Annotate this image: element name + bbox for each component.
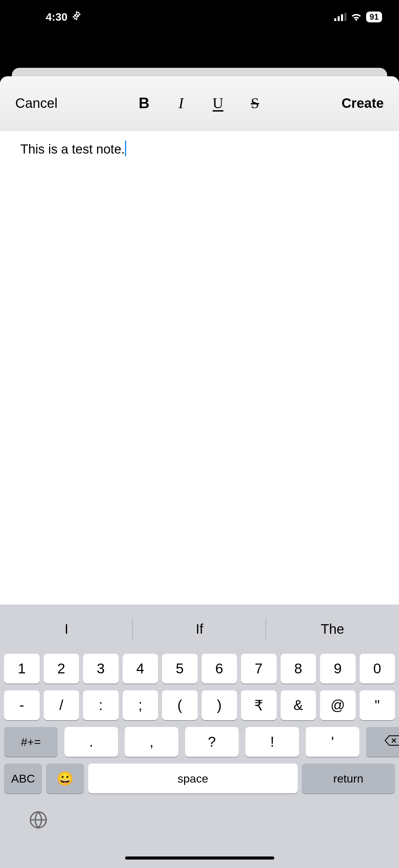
key-7[interactable]: 7 [241,654,277,684]
key-6[interactable]: 6 [202,654,237,684]
notch-area [0,34,399,73]
keyboard: I If The 1 2 3 4 5 6 7 8 9 0 - / : ; ( )… [0,605,399,868]
key-semicolon[interactable]: ; [123,690,158,720]
keyboard-bottom-row [0,800,399,831]
status-right: 91 [334,12,382,22]
suggestion-1[interactable]: I [0,611,133,647]
key-9[interactable]: 9 [320,654,356,684]
strikethrough-button[interactable]: S [246,95,264,112]
italic-button[interactable]: I [172,95,190,112]
svg-rect-1 [334,18,336,21]
key-apos[interactable]: ' [306,727,359,757]
key-quote[interactable]: " [360,690,395,720]
key-dash[interactable]: - [4,690,40,720]
key-5[interactable]: 5 [162,654,198,684]
key-rparen[interactable]: ) [202,690,237,720]
key-period[interactable]: . [64,727,118,757]
settings-icon [72,11,82,23]
create-button[interactable]: Create [341,96,384,111]
keyboard-row-4: ABC 😀 space return [0,764,399,793]
predictive-bar: I If The [0,611,399,647]
bold-button[interactable]: B [135,95,153,112]
keyboard-row-2: - / : ; ( ) ₹ & @ " [0,690,399,720]
key-abc[interactable]: ABC [4,764,42,793]
suggestion-3[interactable]: The [266,611,399,647]
underline-button[interactable]: U [209,95,227,112]
key-emoji[interactable]: 😀 [46,764,84,793]
key-0[interactable]: 0 [360,654,395,684]
note-modal: Cancel B I U S Create This is a test not… [0,76,399,868]
key-3[interactable]: 3 [83,654,119,684]
emoji-icon: 😀 [57,771,74,787]
keyboard-row-1: 1 2 3 4 5 6 7 8 9 0 [0,654,399,684]
key-return[interactable]: return [302,764,395,793]
note-editor[interactable]: This is a test note. [0,131,399,605]
wifi-icon [351,13,362,21]
battery-level: 91 [366,12,382,22]
status-bar: 4:30 91 [0,0,399,34]
key-1[interactable]: 1 [4,654,40,684]
text-cursor [125,141,126,156]
globe-icon[interactable] [29,825,48,830]
backspace-icon [384,734,399,750]
status-left: 4:30 [46,11,82,23]
key-8[interactable]: 8 [281,654,316,684]
home-indicator[interactable] [125,856,274,860]
keyboard-row-3: #+= . , ? ! ' [0,727,399,757]
svg-rect-2 [338,16,340,21]
key-symbol-switch[interactable]: #+= [4,727,58,757]
cancel-button[interactable]: Cancel [15,96,58,111]
key-2[interactable]: 2 [44,654,79,684]
key-lparen[interactable]: ( [162,690,198,720]
key-space[interactable]: space [88,764,298,793]
key-exclaim[interactable]: ! [245,727,299,757]
key-backspace[interactable] [366,727,399,757]
key-slash[interactable]: / [44,690,79,720]
editor-text: This is a test note. [20,142,125,156]
key-rupee[interactable]: ₹ [241,690,277,720]
key-question[interactable]: ? [185,727,239,757]
format-buttons: B I U S [58,95,342,112]
key-4[interactable]: 4 [123,654,158,684]
status-time: 4:30 [46,11,67,23]
key-amp[interactable]: & [281,690,316,720]
editor-toolbar: Cancel B I U S Create [0,76,399,131]
suggestion-2[interactable]: If [133,611,266,647]
key-comma[interactable]: , [125,727,178,757]
key-colon[interactable]: : [83,690,119,720]
svg-rect-4 [344,13,346,21]
key-at[interactable]: @ [320,690,356,720]
svg-rect-3 [341,14,343,21]
cellular-signal-icon [334,13,346,21]
